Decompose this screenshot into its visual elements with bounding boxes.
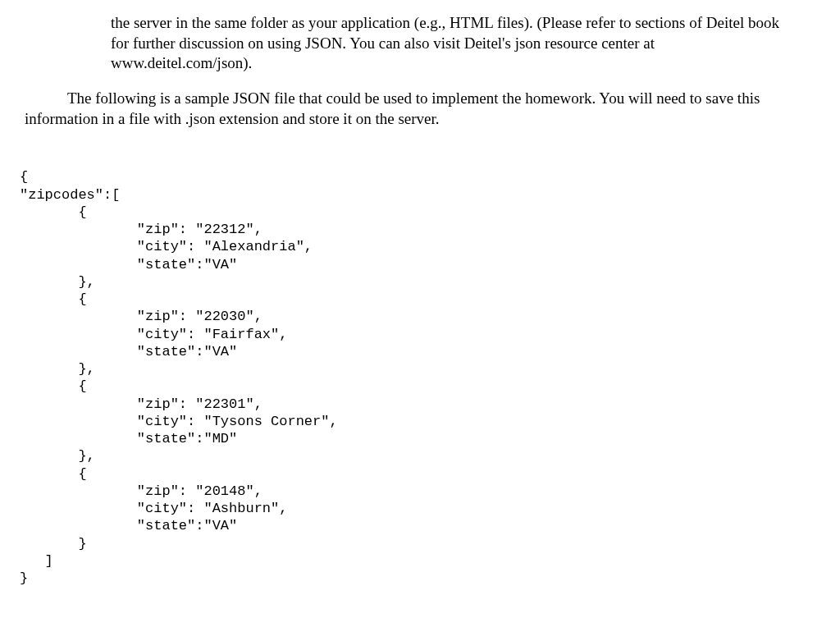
paragraph-1: the server in the same folder as your ap… bbox=[111, 13, 799, 74]
paragraph-2: The following is a sample JSON file that… bbox=[25, 89, 799, 129]
json-code-block: { "zipcodes":[ { "zip": "22312", "city":… bbox=[20, 168, 824, 587]
